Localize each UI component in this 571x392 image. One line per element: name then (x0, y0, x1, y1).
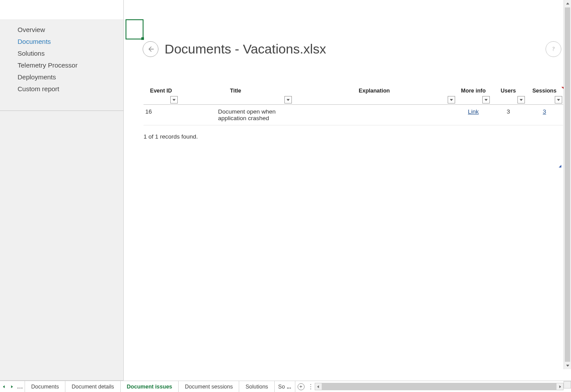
filter-explanation[interactable] (448, 96, 455, 103)
plus-icon: + (298, 383, 305, 390)
sheet-nav-prev[interactable] (0, 381, 8, 392)
scrollbar-corner (564, 381, 571, 388)
sheet-tab-overflow-ellipsis: ... (287, 384, 291, 390)
sidebar-item-deployments[interactable]: Deployments (0, 71, 123, 83)
filter-event-id[interactable] (170, 96, 178, 103)
sheet-tab-bar: ... Documents Document details Document … (0, 381, 571, 392)
sidebar-item-documents[interactable]: Documents (0, 36, 123, 47)
page-header: Documents - Vacations.xlsx (144, 19, 563, 57)
page-title: Documents - Vacations.xlsx (165, 42, 326, 57)
workarea: Overview Documents Solutions Telemetry P… (0, 0, 571, 381)
cell-more-info: Link (456, 105, 491, 125)
main-area: Documents - Vacations.xlsx (124, 0, 571, 381)
content: Documents - Vacations.xlsx (144, 19, 563, 381)
sheet-tabs: Documents Document details Document issu… (25, 381, 295, 392)
vertical-scrollbar[interactable] (564, 0, 571, 369)
scroll-up-button[interactable] (564, 0, 571, 7)
more-info-link[interactable]: Link (468, 108, 479, 115)
sessions-link[interactable]: 3 (543, 108, 546, 115)
cell-explanation (293, 105, 456, 125)
table-resize-handle[interactable] (557, 163, 561, 167)
hscroll-track[interactable] (322, 383, 556, 390)
sheet-tab-document-sessions[interactable]: Document sessions (179, 381, 239, 392)
filter-users[interactable] (517, 96, 525, 103)
cell-event-id: 16 (144, 105, 179, 125)
vscroll-track[interactable] (564, 7, 571, 362)
app-root: Overview Documents Solutions Telemetry P… (0, 0, 571, 392)
sheet-tab-document-details[interactable]: Document details (65, 381, 121, 392)
col-more-info-label: More info (458, 88, 489, 94)
col-users-label: Users (492, 88, 524, 94)
cell-sessions: 3 (526, 105, 563, 125)
col-event-id-label: Event ID (145, 88, 177, 94)
question-icon (549, 45, 558, 53)
sidebar-item-overview[interactable]: Overview (0, 24, 123, 36)
sidebar-item-solutions[interactable]: Solutions (0, 47, 123, 59)
cell-title: Document open when application crashed (179, 105, 293, 125)
svg-point-1 (310, 386, 311, 387)
sheet-tab-documents[interactable]: Documents (25, 381, 65, 392)
filter-title[interactable] (284, 96, 292, 103)
sidebar-item-telemetry-processor[interactable]: Telemetry Processor (0, 59, 123, 71)
new-sheet-button[interactable]: + (295, 381, 307, 392)
sidebar-nav: Overview Documents Solutions Telemetry P… (0, 19, 123, 95)
tab-bar-splitter[interactable] (307, 381, 315, 392)
col-event-id: Event ID (144, 88, 179, 105)
triangle-right-icon (10, 385, 14, 388)
sheet-tab-overflow[interactable]: So ... (275, 381, 295, 392)
active-cell-outline[interactable] (126, 19, 144, 39)
sidebar-top-blank (0, 0, 123, 19)
records-found: 1 of 1 records found. (144, 133, 563, 140)
issues-table: Event ID Title Explanation (144, 88, 563, 125)
help-button[interactable] (546, 41, 561, 57)
sheet-tab-overflow-label: So (278, 384, 285, 390)
table-wrap: Event ID Title Explanation (144, 88, 563, 140)
sheet-tab-solutions[interactable]: Solutions (239, 381, 274, 392)
arrow-left-icon (147, 45, 154, 53)
col-users: Users (491, 88, 526, 105)
hscroll-left-button[interactable] (315, 383, 322, 390)
hscroll-right-button[interactable] (556, 383, 564, 390)
horizontal-scrollbar[interactable] (315, 381, 564, 392)
back-button[interactable] (143, 41, 158, 57)
sidebar-divider (0, 110, 123, 111)
col-explanation: Explanation (293, 88, 456, 105)
cell-users: 3 (491, 105, 526, 125)
triangle-left-icon (2, 385, 6, 388)
col-title-label: Title (180, 88, 291, 94)
sheet-nav-ellipsis[interactable]: ... (16, 381, 25, 392)
filter-more-info[interactable] (482, 96, 490, 103)
col-title: Title (179, 88, 293, 105)
col-explanation-label: Explanation (294, 88, 454, 94)
sidebar-item-custom-report[interactable]: Custom report (0, 83, 123, 95)
vscroll-thumb[interactable] (565, 7, 570, 362)
table-row[interactable]: 16 Document open when application crashe… (144, 105, 563, 125)
svg-point-0 (310, 384, 311, 385)
sheet-nav-next[interactable] (8, 381, 16, 392)
col-more-info: More info (456, 88, 491, 105)
sidebar: Overview Documents Solutions Telemetry P… (0, 0, 124, 381)
scroll-down-button[interactable] (564, 362, 571, 369)
sheet-tab-document-issues[interactable]: Document issues (121, 381, 179, 392)
svg-point-2 (310, 388, 311, 389)
col-sessions: Sessions (526, 88, 563, 105)
hscroll-thumb[interactable] (322, 383, 556, 390)
table-header-row: Event ID Title Explanation (144, 88, 563, 105)
filter-sessions[interactable] (555, 96, 562, 103)
col-sessions-label: Sessions (528, 88, 561, 94)
